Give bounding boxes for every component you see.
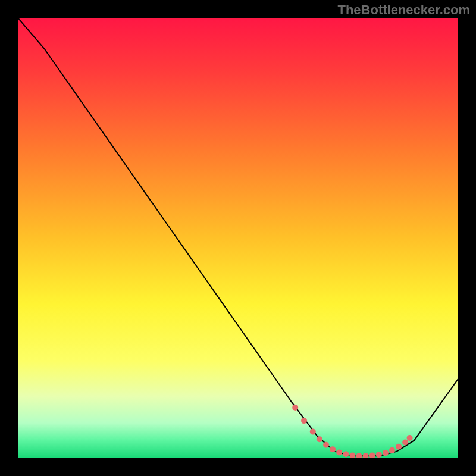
watermark-text: TheBottlenecker.com: [337, 2, 470, 18]
marker-point: [336, 449, 342, 455]
marker-point: [389, 447, 395, 453]
marker-point: [396, 444, 402, 450]
marker-point: [383, 450, 389, 456]
gradient-background: [18, 18, 458, 458]
marker-point: [343, 451, 349, 457]
marker-point: [301, 418, 307, 424]
chart-plot-area: [18, 18, 458, 458]
marker-point: [292, 405, 298, 411]
marker-point: [323, 442, 329, 448]
marker-point: [330, 446, 336, 452]
marker-point: [402, 439, 408, 445]
marker-point: [317, 436, 322, 442]
marker-point: [407, 435, 413, 441]
chart-svg: [18, 18, 458, 458]
marker-point: [310, 429, 316, 435]
marker-point: [376, 452, 382, 458]
